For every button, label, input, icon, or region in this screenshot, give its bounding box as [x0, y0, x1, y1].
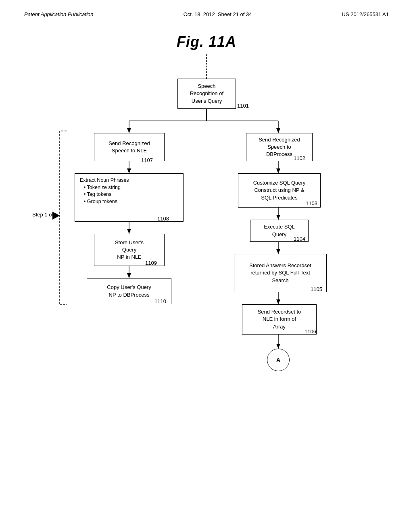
label-1109: 1109	[145, 260, 157, 266]
header-publication: Patent Application Publication	[24, 11, 94, 17]
label-1110: 1110	[154, 298, 166, 304]
label-1103: 1103	[306, 200, 317, 206]
svg-marker-14	[127, 229, 131, 234]
svg-marker-16	[276, 215, 280, 220]
flowchart-arrows	[0, 54, 413, 449]
label-1105: 1105	[311, 286, 322, 292]
svg-marker-8	[276, 128, 280, 133]
node-1107: Send RecognizedSpeech to NLE	[94, 133, 165, 161]
node-1101: SpeechRecognition ofUser's Query	[177, 79, 236, 109]
svg-marker-12	[276, 168, 280, 173]
figure-title: Fig. 11A	[0, 33, 413, 50]
step-label: Step 1 of 2	[32, 212, 58, 218]
label-1107: 1107	[141, 157, 153, 163]
connector-a: A	[267, 349, 290, 371]
header-date-sheet: Oct. 18, 2012 Sheet 21 of 34	[184, 11, 252, 17]
label-1104: 1104	[294, 236, 305, 242]
header-patent-number: US 2012/265531 A1	[342, 11, 389, 17]
label-1101: 1101	[237, 103, 249, 109]
flowchart: SpeechRecognition ofUser's Query 1101 Se…	[0, 54, 413, 449]
label-1106: 1106	[305, 328, 316, 335]
svg-marker-24	[276, 344, 280, 349]
svg-marker-20	[276, 249, 280, 254]
node-1108: Extract Noun Phrases • Tokenize string •…	[75, 173, 184, 222]
svg-marker-10	[127, 168, 131, 173]
svg-marker-18	[127, 273, 131, 278]
svg-marker-22	[276, 299, 280, 304]
label-1102: 1102	[294, 155, 305, 161]
page-header: Patent Application Publication Oct. 18, …	[0, 0, 413, 17]
svg-marker-4	[127, 128, 131, 133]
label-1108: 1108	[157, 216, 169, 222]
